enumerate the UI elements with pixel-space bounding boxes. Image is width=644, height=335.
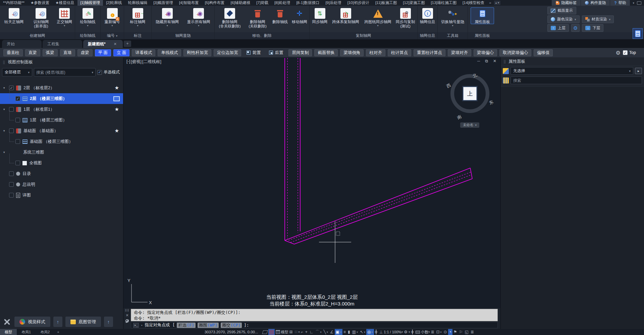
isometric-drafting-icon[interactable]: ╲▾ xyxy=(323,329,329,335)
compass-top-face[interactable]: 上 xyxy=(463,87,477,100)
pin-icon[interactable]: ⚑ xyxy=(452,329,458,335)
restore-icon[interactable]: ⧉ xyxy=(485,59,488,63)
grid-info-button[interactable]: i 轴网信息 xyxy=(418,7,437,24)
option-fence-chip[interactable]: 栏选(F) xyxy=(177,323,196,328)
star-icon[interactable]: ★ xyxy=(115,106,119,112)
close-icon[interactable]: ✕ xyxy=(493,59,496,63)
drag-grip-icon[interactable]: ⣿⣿ xyxy=(125,309,129,312)
sync-and-copy-test-button[interactable]: ⚙ 同步与复制 (测试) xyxy=(394,7,417,29)
display-icon[interactable] xyxy=(637,1,641,5)
move-grid-button[interactable]: ✛ 移动轴网 xyxy=(290,7,309,24)
chevron-down-icon[interactable]: ▾ xyxy=(141,324,143,327)
straight-wall-button[interactable]: 直墙 xyxy=(60,49,75,56)
menu-preprocess[interactable]: [8]前处理 xyxy=(271,0,293,6)
drag-grip-icon[interactable]: ⣿ xyxy=(503,60,506,63)
menu-postprocess[interactable]: [9]后处理 xyxy=(322,0,344,6)
cancel-beam-wall-offset-button[interactable]: 取消梁墙偏心 xyxy=(499,49,531,56)
visual-style-expand-button[interactable]: ↑ xyxy=(53,317,62,327)
viewport-minus-control[interactable]: [-] xyxy=(126,59,130,65)
lower-layer-button[interactable]: ↓ 下层 xyxy=(582,24,603,32)
menu-outline-edit[interactable]: 轮廓线编辑 xyxy=(125,0,151,6)
settings-gear-icon[interactable]: ⚙ xyxy=(403,329,409,335)
annotation-scale-control[interactable]: 1:1 / 100% xyxy=(384,330,401,334)
expander-icon[interactable]: ▾ xyxy=(3,129,7,132)
inter-story-copy-button[interactable]: 层间复制 xyxy=(288,49,312,56)
selection-cycling-icon[interactable]: ▥▾ xyxy=(351,329,359,335)
units-control[interactable]: 小数 xyxy=(421,330,428,335)
layer-settings-button[interactable]: ⚙ xyxy=(571,24,580,32)
command-input-line[interactable]: >_ ▾ 指定对角点或 [ 栏选(F) 圈围(WP) 圈交(CP) ]: xyxy=(131,322,498,328)
offset-value-button[interactable]: 偏移值 xyxy=(534,49,553,56)
tree-item-floor1[interactable]: ▾ 1层 （标准层1） ★ xyxy=(0,104,123,115)
menu-model-check[interactable]: [14]模型检查 xyxy=(460,0,487,6)
menu-section-management[interactable]: [3]截面管理 xyxy=(150,0,176,6)
ortho-grid-button[interactable]: 正交轴网 ▾ xyxy=(54,7,75,27)
tree-item-foundation[interactable]: ▾ 基础面 （基础面） ★ xyxy=(0,125,123,136)
minimize-icon[interactable]: ─ xyxy=(477,59,480,63)
selection-filter-icon[interactable]: ╋ xyxy=(374,329,378,335)
send-back-button[interactable]: 后置 xyxy=(266,50,286,56)
delete-grid-nonassoc-button[interactable]: 删除轴网 (非关联删除) xyxy=(215,7,245,29)
pick-object-icon[interactable]: ▸ xyxy=(635,68,642,74)
column-align-button[interactable]: 柱对齐 xyxy=(366,49,385,56)
tab-project-set[interactable]: 工程集 xyxy=(43,40,82,48)
property-panel-button[interactable]: 属性面板 xyxy=(471,7,494,24)
unnamed-view-button[interactable]: 未命名 ▾ xyxy=(460,122,479,128)
checkbox-icon[interactable] xyxy=(9,171,14,176)
beam-wall-align-button[interactable]: 梁墙对齐 xyxy=(448,49,471,56)
arc-beam-button[interactable]: 弧梁 xyxy=(43,49,58,56)
snap-mode-icon[interactable]: ∷ xyxy=(294,329,299,335)
property-search-box[interactable] xyxy=(511,76,642,84)
component-visibility-button[interactable]: 构件显隐 xyxy=(581,0,610,6)
checkbox-icon[interactable] xyxy=(9,193,14,198)
menu-load[interactable]: [7]荷载 xyxy=(253,0,271,6)
tree-item-catalog[interactable]: 目录 xyxy=(0,168,123,179)
help-button[interactable]: ? 帮助 xyxy=(610,0,630,6)
grid-display-icon[interactable]: ⊞ xyxy=(288,329,294,335)
toolbar-settings-gear-icon[interactable]: ⚙ xyxy=(616,50,621,56)
draw-axis-button[interactable]: ①✎ 绘制轴线 ▾ xyxy=(76,7,100,27)
layout1-tab[interactable]: 布局1 xyxy=(17,329,36,335)
single-select-checkbox[interactable]: 单选模式 xyxy=(97,69,121,75)
vertical-column-button[interactable]: 垂直柱 xyxy=(3,49,23,56)
column-calc-point-button[interactable]: 柱计算点 xyxy=(388,49,411,56)
elevation-view-button[interactable]: 立 面 xyxy=(113,49,129,56)
menu-preliminary-design[interactable]: [10]初步设计 xyxy=(344,0,372,6)
menu-scroll-icon[interactable]: ▴ ▾ xyxy=(494,1,501,5)
menu-outline[interactable]: [2]轮廓线 xyxy=(103,0,125,6)
menu-overflow-icon[interactable]: » xyxy=(487,0,493,6)
cross-drawing-sync-grid-button[interactable]: 跨图纸同步轴网 ▾ xyxy=(362,7,394,27)
layout2-tab[interactable]: 布局2 xyxy=(36,329,54,335)
lineweight-icon[interactable]: ≡ xyxy=(342,329,347,335)
cross-system-copy-grid-button[interactable]: ↘ 跨体系复制轴网 xyxy=(330,7,362,24)
transparency-icon[interactable]: ▮ xyxy=(347,329,351,335)
wrench-icon[interactable] xyxy=(125,319,129,323)
star-icon[interactable]: ★ xyxy=(115,128,119,134)
star-icon[interactable]: ★ xyxy=(115,85,119,91)
dynamic-input-icon[interactable]: + xyxy=(304,329,309,335)
window-space-icon[interactable] xyxy=(275,329,281,335)
customize-menu-icon[interactable]: ≣ xyxy=(470,329,475,335)
renumber-button[interactable]: 1A 重新编号 ▾ xyxy=(101,7,124,27)
delete-axis-button[interactable]: 删除轴线 xyxy=(270,7,290,24)
hide-tags-button[interactable]: 隐藏标签 xyxy=(551,0,581,6)
tree-item-foundation-3dview[interactable]: 基础面 （楼层三维图） xyxy=(0,136,123,147)
gizmo-icon[interactable]: ⊥ xyxy=(378,329,384,335)
option-wpolygon-chip[interactable]: 圈围(WP) xyxy=(198,323,219,328)
selection-dropdown[interactable]: 无选择 ▾ xyxy=(511,67,633,75)
group-label-number[interactable]: 编号▾ xyxy=(101,32,124,39)
close-icon[interactable]: ✕ xyxy=(114,42,117,46)
locate-edge-widen-button[interactable]: 定位边加宽 xyxy=(214,49,241,56)
upper-layer-button[interactable]: ↑ 上层 xyxy=(547,24,569,32)
menu-slab-drawing[interactable]: [11]板施工图 xyxy=(372,0,400,6)
property-panel-toggle-button[interactable] xyxy=(633,28,643,39)
beam-wall-chamfer-button[interactable]: 梁墙倒角 xyxy=(340,49,364,56)
model-space-tab[interactable]: 模型 xyxy=(0,329,17,335)
menu-internal-functions[interactable]: **内部功能** xyxy=(0,0,28,6)
menu-parameter-settings[interactable]: ★参数设置 xyxy=(28,0,52,6)
sync-grid-button[interactable]: ⇅ 同步轴网 xyxy=(310,7,330,24)
menu-beam-drawing[interactable]: [12]梁施工图 xyxy=(400,0,428,6)
tree-item-floor1-3dview[interactable]: 1层 （楼层三维图） xyxy=(0,115,123,125)
expander-icon[interactable]: ▾ xyxy=(3,151,7,154)
object-snap-tracking-icon[interactable]: ∠ xyxy=(329,329,335,335)
